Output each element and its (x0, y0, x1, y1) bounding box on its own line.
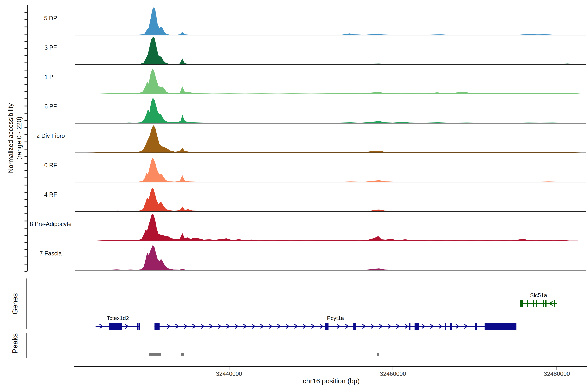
peaks-section-label: Peaks (11, 311, 19, 376)
gene-label-tctex1d2: Tctex1d2 (85, 315, 150, 321)
peak-region-box (377, 353, 379, 356)
track-label-8-pre-adipocyte: 8 Pre-Adipocyte (23, 220, 78, 228)
track-signal-2-div-fibro (75, 125, 586, 153)
exon (475, 322, 477, 330)
track-label-0-rf: 0 RF (23, 162, 78, 169)
exon (154, 322, 160, 330)
gene-label-slc51a: Slc51a (506, 292, 571, 298)
y-axis-label-line1: Normalized accessibility (6, 24, 15, 252)
gene-model-slc51a (520, 300, 557, 307)
track-signal-0-rf (75, 158, 586, 182)
x-tick-label-32460000: 32460000 (368, 370, 418, 377)
track-label-7-fascia: 7 Fascia (23, 250, 78, 257)
exon (414, 322, 418, 330)
exon (545, 300, 546, 307)
exon (325, 322, 328, 330)
exon (450, 322, 452, 330)
y-axis-label-line2: (range 0 - 220) (15, 24, 23, 252)
track-signal-4-rf (75, 188, 586, 212)
exon (554, 300, 555, 307)
gene-model-pcyt1a (154, 322, 516, 330)
x-axis-title: chr16 position (bp) (274, 377, 388, 386)
exon (139, 322, 140, 330)
peak-regions (149, 353, 379, 356)
exon (543, 300, 544, 307)
gene-label-pcyt1a: Pcyt1a (303, 315, 368, 321)
exon (409, 322, 410, 330)
track-signal-6-pf (75, 98, 586, 123)
exon (536, 300, 537, 307)
track-signal-3-pf (75, 37, 586, 64)
x-tick-label-32480000: 32480000 (532, 370, 581, 377)
x-axis (74, 367, 587, 370)
gene-model-tctex1d2 (96, 322, 140, 330)
track-label-5-dp: 5 DP (23, 15, 78, 22)
exon (484, 322, 516, 330)
track-signal-8-pre-adipocyte (75, 214, 586, 241)
track-label-2-div-fibro: 2 Div Fibro (23, 132, 78, 140)
track-label-3-pf: 3 PF (23, 44, 78, 51)
exon (137, 322, 138, 330)
browser-tracks-plot (0, 0, 588, 392)
y-axis-label: Normalized accessibility (range 0 - 220) (6, 24, 23, 252)
exon (445, 322, 446, 330)
exon (533, 300, 534, 307)
track-signal-1-pf (75, 69, 586, 94)
track-signal-7-fascia (75, 245, 586, 270)
track-label-4-rf: 4 RF (23, 191, 78, 198)
track-label-6-pf: 6 PF (23, 103, 78, 110)
peak-region-box (181, 353, 184, 356)
exon (527, 300, 528, 307)
exon (109, 322, 122, 330)
peak-region-box (149, 353, 161, 356)
track-signal-5-dp (75, 7, 586, 35)
genome-browser-figure: Normalized accessibility (range 0 - 220)… (0, 0, 588, 392)
exon (520, 300, 523, 307)
exon (353, 322, 356, 330)
track-label-1-pf: 1 PF (23, 74, 78, 81)
x-tick-label-32440000: 32440000 (204, 370, 254, 377)
